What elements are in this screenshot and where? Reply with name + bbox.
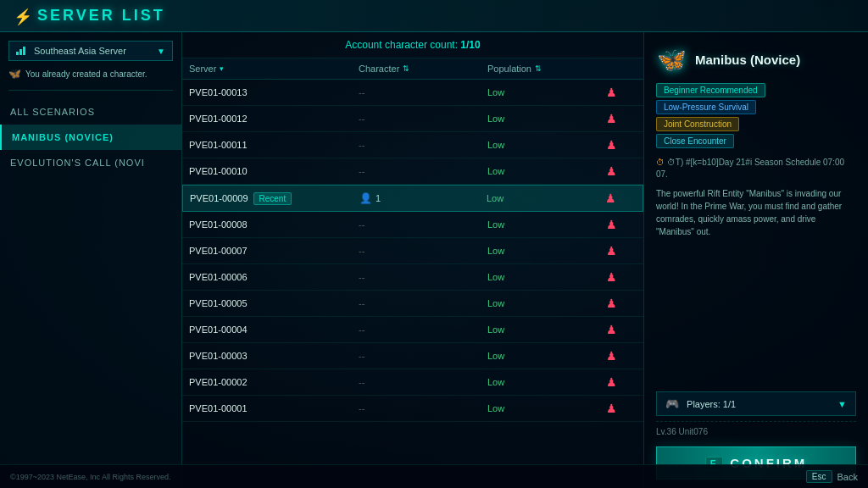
population-cell: Low xyxy=(487,166,606,176)
tag-beginner: Beginner Recommended xyxy=(656,83,765,97)
pop-icon-cell: ♟ xyxy=(605,191,636,205)
table-row[interactable]: PVE01-00002 -- Low ♟ xyxy=(182,369,643,396)
signal-bars-icon xyxy=(16,47,25,55)
population-cell: Low xyxy=(487,351,606,361)
character-cell: -- xyxy=(359,246,487,256)
character-cell: -- xyxy=(359,403,487,413)
title-bar: ⚡ SERVER LIST xyxy=(0,0,868,32)
population-cell: Low xyxy=(487,87,606,97)
pop-icon-cell: ♟ xyxy=(606,349,637,363)
table-row[interactable]: PVE01-00005 -- Low ♟ xyxy=(182,291,643,317)
population-icon: ♟ xyxy=(606,218,617,231)
pop-icon-cell: ♟ xyxy=(606,402,637,415)
server-name-cell: PVE01-00005 xyxy=(189,298,359,308)
table-row[interactable]: PVE01-00011 -- Low ♟ xyxy=(182,132,643,158)
server-name-cell: PVE01-00013 xyxy=(189,87,359,97)
header-server: Server ▾ xyxy=(189,64,359,74)
header-character: Character ⇅ xyxy=(359,64,487,74)
table-row[interactable]: PVE01-00010 -- Low ♟ xyxy=(182,158,643,185)
population-icon: ♟ xyxy=(605,191,616,205)
page-title: SERVER LIST xyxy=(37,7,165,25)
esc-back-group[interactable]: Esc Back xyxy=(806,470,858,483)
character-cell: -- xyxy=(359,114,487,124)
person-icon: 👤 xyxy=(359,192,372,204)
table-row[interactable]: PVE01-00001 -- Low ♟ xyxy=(182,396,643,422)
population-cell: Low xyxy=(487,114,606,124)
population-cell: Low xyxy=(487,246,606,256)
pop-icon-cell: ♟ xyxy=(606,375,637,389)
sidebar-item-evolutions-call[interactable]: EVOLUTION'S CALL (NOVI xyxy=(0,150,181,175)
table-row[interactable]: PVE01-00004 -- Low ♟ xyxy=(182,317,643,343)
chevron-down-icon: ▼ xyxy=(157,47,165,56)
header-action xyxy=(606,64,637,74)
population-icon: ♟ xyxy=(606,323,617,336)
population-icon: ♟ xyxy=(606,270,617,284)
server-selector-label: Southeast Asia Server xyxy=(34,46,126,56)
sort-icon-population: ⇅ xyxy=(535,64,542,73)
character-notice: 🦋 You already created a character. xyxy=(8,68,173,80)
table-row[interactable]: PVE01-00013 -- Low ♟ xyxy=(182,80,643,106)
scenario-header: 🦋 Manibus (Novice) xyxy=(656,44,856,75)
pop-icon-cell: ♟ xyxy=(606,86,637,99)
population-cell: Low xyxy=(487,140,606,150)
sidebar-divider xyxy=(8,90,173,91)
pop-icon-cell: ♟ xyxy=(606,297,637,310)
copyright-text: ©1997~2023 NetEase, Inc All Rights Reser… xyxy=(10,473,171,481)
table-row[interactable]: PVE01-00006 -- Low ♟ xyxy=(182,264,643,291)
population-icon: ♟ xyxy=(606,112,617,125)
main-layout: Southeast Asia Server ▼ 🦋 You already cr… xyxy=(0,32,868,488)
esc-key-badge: Esc xyxy=(806,470,832,483)
population-icon: ♟ xyxy=(606,349,617,363)
butterfly-icon: 🦋 xyxy=(8,68,21,80)
pop-icon-cell: ♟ xyxy=(606,323,637,336)
unit-info: Lv.36 Unit076 xyxy=(656,421,856,436)
scenario-butterfly-icon: 🦋 xyxy=(656,44,687,75)
table-row[interactable]: PVE01-00012 -- Low ♟ xyxy=(182,106,643,132)
players-icon: 🎮 xyxy=(665,397,679,410)
population-icon: ♟ xyxy=(606,297,617,310)
server-selector[interactable]: Southeast Asia Server ▼ xyxy=(8,41,173,61)
chevron-down-icon: ▼ xyxy=(837,399,847,409)
pop-icon-cell: ♟ xyxy=(606,112,637,125)
scenario-tags: Beginner Recommended Low-Pressure Surviv… xyxy=(656,83,856,148)
table-row[interactable]: PVE01-00003 -- Low ♟ xyxy=(182,343,643,369)
players-dropdown[interactable]: 🎮 Players: 1/1 ▼ xyxy=(656,391,856,416)
character-cell: -- xyxy=(359,166,487,176)
population-icon: ♟ xyxy=(606,244,617,258)
tag-survival: Low-Pressure Survival xyxy=(656,100,756,114)
pop-icon-cell: ♟ xyxy=(606,244,637,258)
server-name-cell: PVE01-00002 xyxy=(189,377,359,387)
pop-icon-cell: ♟ xyxy=(606,138,637,152)
pop-icon-cell: ♟ xyxy=(606,270,637,284)
population-icon: ♟ xyxy=(606,402,617,415)
server-name-cell: PVE01-00007 xyxy=(189,246,359,256)
character-cell: -- xyxy=(359,140,487,150)
population-cell: Low xyxy=(487,377,606,387)
sidebar: Southeast Asia Server ▼ 🦋 You already cr… xyxy=(0,32,182,488)
server-name-cell: PVE01-00010 xyxy=(189,166,359,176)
table-row[interactable]: PVE01-00008 -- Low ♟ xyxy=(182,212,643,238)
character-cell: -- xyxy=(359,219,487,230)
header-population: Population ⇅ xyxy=(487,64,606,74)
server-name-cell: PVE01-00011 xyxy=(189,140,359,150)
table-row[interactable]: PVE01-00007 -- Low ♟ xyxy=(182,238,643,264)
sidebar-item-all-scenarios[interactable]: ALL SCENARIOS xyxy=(0,99,181,125)
center-content: Account character count: 1/10 Server ▾ C… xyxy=(182,32,643,488)
title-icon: ⚡ xyxy=(14,8,31,25)
character-notice-text: You already created a character. xyxy=(25,69,147,79)
population-icon: ♟ xyxy=(606,375,617,389)
back-label: Back xyxy=(837,472,858,482)
table-row-selected[interactable]: PVE01-00009 Recent 👤 1 Low ♟ xyxy=(182,185,643,212)
scenario-title: Manibus (Novice) xyxy=(695,53,800,67)
population-icon: ♟ xyxy=(606,138,617,152)
sidebar-item-manibus-novice[interactable]: MANIBUS (NOVICE) xyxy=(0,125,181,150)
population-cell: Low xyxy=(487,324,606,335)
scenario-season: ⏱ ⏱T) #[k=b10]Day 21#i Season Schedule 0… xyxy=(656,157,856,180)
sort-icon-character: ⇅ xyxy=(403,64,409,73)
server-name-cell: PVE01-00006 xyxy=(189,272,359,282)
population-cell: Low xyxy=(487,193,605,203)
bottom-bar: ©1997~2023 NetEase, Inc All Rights Reser… xyxy=(0,464,868,488)
server-table-body: PVE01-00013 -- Low ♟ PVE01-00012 -- Low … xyxy=(182,80,643,422)
population-icon: ♟ xyxy=(606,86,617,99)
pop-icon-cell: ♟ xyxy=(606,218,637,231)
